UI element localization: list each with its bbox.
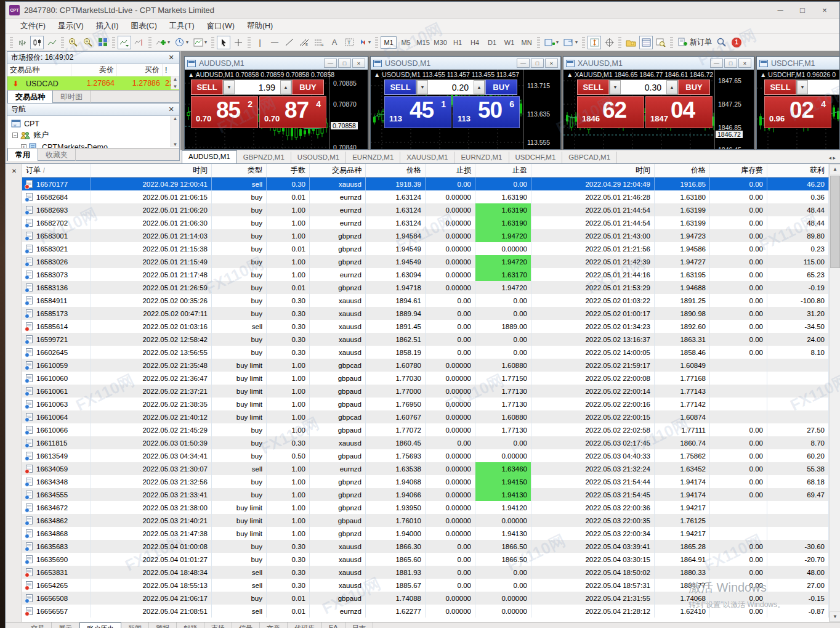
menu-item-1[interactable]: 显示(V): [52, 19, 90, 33]
column-header-3[interactable]: 手数: [267, 164, 310, 177]
bid-price-box[interactable]: 0.70 85 2: [191, 96, 258, 128]
table-row[interactable]: 166026452022.05.02 13:56:55buy0.30xauusd…: [22, 346, 829, 359]
trendline-icon[interactable]: [283, 36, 296, 49]
buy-button[interactable]: BUY: [292, 80, 324, 95]
navigator-close-icon[interactable]: ✕: [167, 105, 176, 113]
buy-button[interactable]: BUY: [678, 80, 710, 95]
new-order-button[interactable]: 新订单: [676, 36, 714, 49]
chart-title-bar[interactable]: USDCHF,M1: [757, 57, 839, 70]
table-row[interactable]: 166565082022.05.04 21:06:17buy0.01gbpaud…: [22, 592, 829, 605]
chart-restore-icon[interactable]: □: [531, 59, 544, 68]
menu-item-5[interactable]: 窗口(W): [201, 19, 241, 33]
volume-decrease-icon[interactable]: ▼: [610, 80, 621, 94]
ask-price-box[interactable]: 1847 04: [645, 96, 713, 128]
table-row[interactable]: 165830212022.05.01 21:15:38buy0.01gbpnzd…: [22, 242, 829, 255]
column-header-8[interactable]: 时间: [531, 164, 655, 177]
terminal-tab-信号[interactable]: 信号: [232, 622, 260, 628]
periods-icon[interactable]: ▾: [173, 36, 190, 49]
volume-increase-icon[interactable]: ▲: [666, 80, 677, 94]
table-row[interactable]: 166345552022.05.03 21:33:41buy1.00gbpnzd…: [22, 488, 829, 501]
terminal-tab-日志[interactable]: 日志: [345, 622, 373, 628]
table-row[interactable]: 165997212022.05.02 12:58:42buy0.30xauusd…: [22, 333, 829, 346]
bid-price-box[interactable]: 0.96 02 4: [764, 96, 831, 128]
chart-close-icon[interactable]: ×: [738, 59, 751, 68]
chart-tab-eurnzd-m1[interactable]: EURNZD,M1: [454, 152, 509, 163]
volume-decrease-icon[interactable]: ▼: [224, 80, 235, 94]
volume-spinner[interactable]: ▼ ▲: [796, 80, 839, 95]
chart-title-bar[interactable]: AUDUSD,M1 — □ ×: [185, 57, 368, 70]
navigator-tab-common[interactable]: 常用: [7, 149, 38, 162]
chart-window-usousd[interactable]: USOUSD,M1 — □ × ▲ USOUSD,M1 113.455 113.…: [370, 56, 561, 150]
volume-spinner[interactable]: ▼ 1.99 ▲: [223, 80, 292, 95]
auto-scroll-icon[interactable]: [118, 36, 131, 49]
zoom-in-icon[interactable]: [67, 36, 80, 49]
terminal-close-icon[interactable]: ✕: [10, 167, 18, 176]
timeframe-m5[interactable]: M5: [398, 36, 414, 49]
table-row[interactable]: 166100632022.05.02 21:38:35buy limit1.00…: [22, 398, 829, 410]
ask-price-box[interactable]: 0.70 87 4: [259, 96, 326, 128]
channel-icon[interactable]: E: [297, 36, 311, 49]
table-row[interactable]: 166356902022.05.04 01:01:27buy0.30xauusd…: [22, 553, 829, 566]
sell-button[interactable]: SELL: [384, 80, 416, 95]
chart-tab-gbpcad-m1[interactable]: GBPCAD,M1: [562, 152, 617, 163]
navigator-tab-favorites[interactable]: 收藏夹: [38, 149, 76, 161]
arrows-icon[interactable]: ▾: [357, 36, 373, 49]
line-chart-icon[interactable]: [45, 36, 59, 49]
column-header-0[interactable]: 订单/: [22, 164, 91, 177]
volume-decrease-icon[interactable]: ▼: [797, 80, 808, 94]
table-row[interactable]: 165831362022.05.01 21:26:59buy0.01gbpnzd…: [22, 281, 829, 294]
minimize-button[interactable]: ─: [769, 3, 791, 18]
volume-decrease-icon[interactable]: ▼: [417, 80, 428, 94]
column-header-1[interactable]: 时间: [91, 164, 212, 177]
crosshair-target-icon[interactable]: [602, 36, 616, 49]
sell-button[interactable]: SELL: [191, 80, 223, 95]
table-row[interactable]: 165830262022.05.01 21:15:49buy1.00gbpnzd…: [22, 255, 829, 268]
table-row[interactable]: 166100642022.05.02 21:40:12buy limit1.00…: [22, 410, 829, 423]
table-row[interactable]: 165830732022.05.01 21:17:48buy1.00eurnzd…: [22, 268, 829, 281]
table-row[interactable]: 166100602022.05.02 21:36:47buy limit1.00…: [22, 372, 829, 385]
table-row[interactable]: 165826842022.05.01 21:06:15buy0.01eurnzd…: [22, 190, 829, 203]
chart-tab-usousd-m1[interactable]: USOUSD,M1: [291, 152, 346, 163]
chart-window-audusd[interactable]: AUDUSD,M1 — □ × ▲ AUDUSD,M1 0.70858 0.70…: [184, 56, 368, 150]
bar-chart-icon[interactable]: [15, 36, 29, 49]
terminal-tab-EA[interactable]: EA: [322, 622, 345, 628]
navigator-scrollbar[interactable]: ▲▼: [171, 116, 179, 147]
terminal-tab-展示[interactable]: 展示: [52, 622, 79, 628]
volume-value[interactable]: 1.99: [235, 80, 280, 94]
table-row[interactable]: 166356832022.05.04 01:00:08buy0.30xauusd…: [22, 540, 829, 553]
terminal-tab-警报[interactable]: 警报: [149, 622, 177, 628]
table-row[interactable]: 166348622022.05.03 21:40:21buy limit1.00…: [22, 514, 829, 527]
table-row[interactable]: 166135492022.05.03 04:34:41buy0.50gbpaud…: [22, 449, 829, 462]
new-chart-icon[interactable]: ▾: [543, 36, 560, 49]
chart-tab-scroll-arrows[interactable]: ◂ ▸: [828, 155, 840, 163]
chart-title-bar[interactable]: USOUSD,M1 — □ ×: [371, 57, 560, 70]
chart-shift-icon[interactable]: [132, 36, 146, 49]
market-watch-scrollbar[interactable]: ▲▼: [171, 76, 179, 89]
chart-tab-eurnzd-m1[interactable]: EURNZD,M1: [346, 152, 400, 163]
table-row[interactable]: 166538312022.05.04 18:48:34sell0.30xauus…: [22, 566, 829, 579]
terminal-tab-市场[interactable]: 市场: [204, 622, 232, 628]
terminal-toggle-icon[interactable]: [639, 36, 653, 49]
table-row[interactable]: 166542652022.05.04 18:55:13sell0.30xauus…: [22, 579, 829, 592]
table-row[interactable]: 166100592022.05.02 21:35:48buy limit1.00…: [22, 359, 829, 372]
vertical-line-icon[interactable]: |: [253, 36, 267, 49]
table-row[interactable]: 165701772022.04.29 12:00:41sell0.30xauus…: [22, 177, 829, 190]
table-row[interactable]: 166118152022.05.03 01:50:39buy0.30xauusd…: [22, 436, 829, 449]
chart-title-bar[interactable]: XAUUSD,M1 — □ ×: [563, 57, 754, 70]
chart-tab-gbpnzd-m1[interactable]: GBPNZD,M1: [237, 152, 291, 163]
volume-increase-icon[interactable]: ▲: [474, 80, 485, 94]
indicators-icon[interactable]: ▾: [154, 36, 172, 49]
volume-increase-icon[interactable]: ▲: [280, 80, 291, 94]
terminal-tab-文章[interactable]: 文章: [260, 622, 288, 628]
terminal-tab-代码库[interactable]: 代码库: [288, 622, 322, 628]
table-row[interactable]: 165830012022.05.01 21:14:03buy1.00gbpnzd…: [22, 229, 829, 242]
menu-item-0[interactable]: 文件(F): [14, 19, 52, 33]
menu-item-3[interactable]: 图表(C): [124, 19, 163, 33]
chart-tab-xauusd-m1[interactable]: XAUUSD,M1: [400, 152, 454, 163]
market-watch-tab-tick[interactable]: 即时图: [53, 91, 91, 104]
timeframe-h4[interactable]: H4: [467, 36, 483, 49]
volume-value[interactable]: 0.20: [428, 80, 474, 94]
timeframe-m1[interactable]: M1: [381, 36, 397, 49]
terminal-tab-账户历史[interactable]: 账户历史: [79, 622, 121, 628]
table-row[interactable]: 165856142022.05.02 01:03:16sell0.30xauus…: [22, 320, 829, 333]
